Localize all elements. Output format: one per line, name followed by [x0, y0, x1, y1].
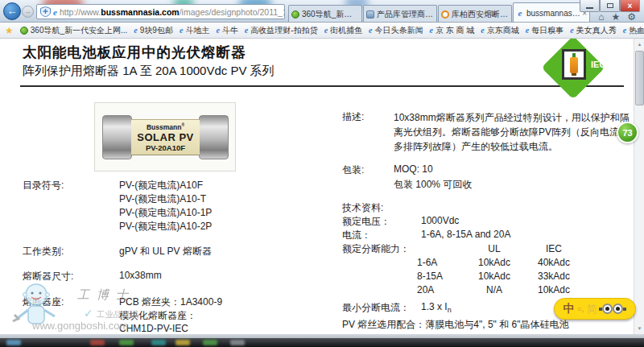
breaking-label: 额定分断能力：: [342, 242, 410, 256]
ie-icon: e: [481, 26, 484, 35]
tab-label: 产品库管理商务中心 [...: [377, 9, 434, 20]
quick-icons: ⌂ ★ ⚙: [598, 12, 636, 23]
minimize-button[interactable]: [580, 0, 600, 12]
taskbar-icon[interactable]: [230, 340, 245, 345]
home-icon[interactable]: ⌂: [598, 12, 604, 23]
scroll-down-icon[interactable]: ▼: [634, 323, 644, 334]
favorites-star-icon[interactable]: ★: [5, 25, 14, 36]
bookmark-item[interactable]: e斗地主: [180, 25, 209, 36]
bookmark-item[interactable]: e9块9包邮: [134, 25, 173, 36]
url-path: /images/designphoto/2011_11/755934916: [180, 7, 285, 17]
product-photo: Bussmann® SOLAR PV PV-20A10F: [94, 102, 236, 171]
catalog-item: PV-(额定电流)A10-1P: [119, 206, 212, 220]
ie-icon: e: [516, 9, 524, 17]
bookmark-item[interactable]: e斗牛: [216, 25, 237, 36]
table-cell: 33kAdc: [526, 270, 582, 283]
min-current-value: 1.3 x In: [421, 301, 452, 314]
favorites-icon[interactable]: ★: [611, 12, 620, 23]
taskbar-icon[interactable]: [175, 340, 190, 345]
tab-strip: 360导航_新一代安全上... 产品库管理商务中心 [... 库柏西安熔断器有限…: [288, 2, 591, 23]
ie-icon: e: [245, 26, 248, 35]
scrollbar-thumb[interactable]: [635, 51, 644, 105]
bookmark-item[interactable]: e高收益理财-拍拍贷: [245, 25, 318, 36]
tab-bussmannasia-active[interactable]: e bussmannasia.com ×: [513, 2, 590, 23]
bookmark-label: 京 东 商 城: [436, 25, 474, 36]
table-row: 20A N/A 10kAdc: [417, 283, 582, 297]
pack-line: 包装 100% 可回收: [394, 178, 472, 192]
desc-label: 描述:: [342, 110, 364, 124]
forward-button[interactable]: →: [22, 6, 34, 18]
tab-360-nav[interactable]: 360导航_新一代安全上...: [288, 5, 362, 23]
bookmark-label: 360导航_新一代安全上网...: [31, 25, 128, 36]
back-button[interactable]: ←: [3, 2, 21, 20]
fuse-body-label: Bussmann® SOLAR PV PV-20A10F: [131, 119, 200, 155]
bookmark-item[interactable]: 360导航_新一代安全上网...: [20, 25, 128, 36]
taskbar-icon[interactable]: [119, 340, 134, 345]
ie-icon: e: [369, 26, 372, 35]
gear-icon[interactable]: ⚙: [627, 12, 636, 23]
table-cell: 10kAdc: [526, 283, 582, 297]
ie-icon: e: [430, 26, 433, 35]
size-label: 熔断器尺寸:: [23, 270, 73, 283]
ime-mode-chinese[interactable]: 中: [564, 302, 575, 316]
catalog-item: PV-(额定电流)A10-2P: [119, 220, 212, 233]
close-button[interactable]: ×: [620, 0, 640, 12]
bookmark-label: 街机捕鱼: [330, 25, 362, 36]
scroll-up-icon[interactable]: ▲: [634, 39, 644, 50]
bookmarks-overflow-chevron[interactable]: »: [637, 25, 642, 35]
bookmark-item[interactable]: e今日头条新闻: [369, 25, 423, 36]
bookmark-item[interactable]: e街机捕鱼: [324, 25, 362, 36]
ime-toolbar[interactable]: 中 ○, 简: [554, 298, 636, 320]
ime-simplified[interactable]: 简: [586, 302, 597, 316]
current-label: 电流：: [342, 229, 371, 242]
class-value: gPV 和 UL PV 熔断器: [119, 245, 212, 258]
ie-icon: e: [623, 26, 626, 35]
bookmark-item[interactable]: e每日糗事: [526, 25, 564, 36]
title-divider: [20, 85, 624, 87]
ie-icon: e: [324, 26, 328, 35]
ime-punct[interactable]: ○,: [577, 304, 584, 313]
holder-line: 模块化熔断器座：: [119, 309, 196, 323]
taskbar-icon[interactable]: [151, 340, 166, 345]
restore-icon: [607, 3, 613, 8]
bookmark-label: 9块9包邮: [140, 25, 173, 36]
minion-goggles-icon[interactable]: [599, 304, 626, 314]
tab-product-center[interactable]: 产品库管理商务中心 [...: [363, 5, 437, 23]
bookmarks-bar: ★ 360导航_新一代安全上网... e9块9包邮 e斗地主 e斗牛 e高收益理…: [0, 23, 644, 39]
security-shield-icon[interactable]: [39, 6, 52, 17]
address-bar[interactable]: e http://www. bussmannasia.com /images/d…: [36, 4, 285, 19]
speed-score-badge[interactable]: 73: [617, 122, 638, 143]
taskbar-icon[interactable]: [6, 340, 21, 345]
match-line: PV 熔丝选用配合：薄膜电池与4", 5" 和 6"晶体硅电池: [342, 318, 568, 332]
table-cell: 40kAdc: [526, 256, 582, 270]
table-row: 1-6A 10kAdc 40kAdc: [417, 256, 582, 270]
pack-line: MOQ: 10: [394, 163, 433, 175]
scrollbar[interactable]: ▲ ▼: [634, 39, 644, 334]
goggle-band: [623, 308, 626, 311]
voltage-value: 1000Vdc: [421, 215, 459, 226]
bookmark-item[interactable]: e美女真人秀: [570, 25, 616, 36]
360-icon: [20, 27, 28, 35]
bookmark-item[interactable]: e京 东 商 城: [430, 25, 475, 36]
tab-cooper-xian[interactable]: 库柏西安熔断器有限公...: [438, 5, 512, 23]
page-subtitle: 阵列保护用熔断器 1A 至 20A 1000Vdc PV 系列: [23, 64, 275, 79]
minimize-icon: [586, 7, 593, 9]
goggle-eye: [602, 304, 613, 314]
bookmark-label: 美女真人秀: [576, 25, 617, 36]
ie-icon: e: [134, 26, 137, 35]
taskbar-icon[interactable]: [90, 340, 105, 345]
holder-label: 熔断器座:: [23, 295, 64, 309]
size-value: 10x38mm: [119, 270, 162, 281]
tab-label: 库柏西安熔断器有限公...: [452, 9, 509, 20]
page-title: 太阳能电池板应用中的光伏熔断器: [23, 43, 246, 62]
ring-icon: [441, 10, 449, 19]
restore-button[interactable]: [600, 0, 620, 12]
tab-label: 360导航_新一代安全上...: [302, 9, 359, 20]
bookmark-label: 今日头条新闻: [375, 25, 423, 36]
bookmark-item[interactable]: e京东商城: [481, 25, 518, 36]
table-cell: 20A: [417, 283, 463, 297]
ie-icon: e: [216, 26, 219, 35]
table-cell: 10kAdc: [463, 270, 526, 283]
taskbar-icon[interactable]: [203, 340, 217, 345]
holder-line: PCB 熔丝夹：1A3400-9: [119, 295, 222, 309]
